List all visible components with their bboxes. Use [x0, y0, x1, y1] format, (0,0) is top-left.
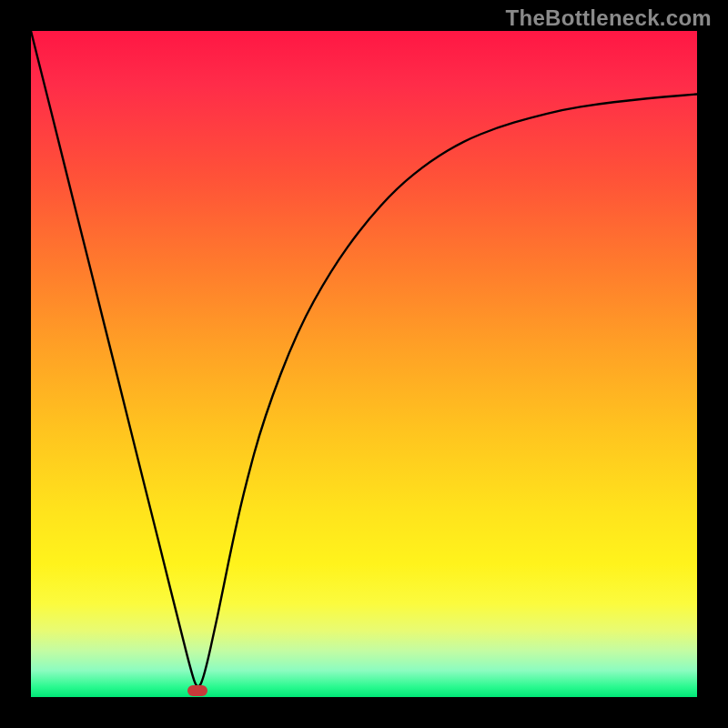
minimum-marker [187, 685, 207, 696]
bottleneck-curve [0, 0, 728, 728]
chart-frame: TheBottleneck.com line [0, 0, 728, 728]
watermark-text: TheBottleneck.com [506, 5, 712, 31]
curve-path [31, 31, 697, 686]
